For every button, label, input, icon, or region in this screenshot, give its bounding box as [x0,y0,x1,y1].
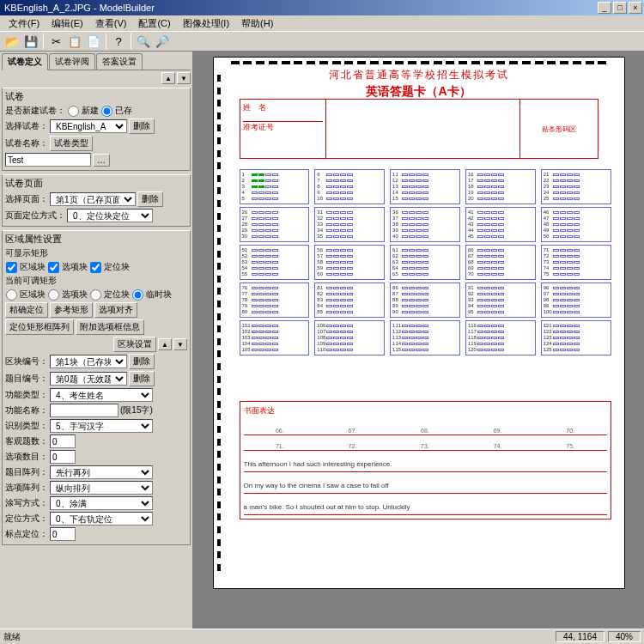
tab-paper-define[interactable]: 试卷定义 [2,53,48,70]
delete-block-button[interactable]: 删除 [129,354,155,369]
page-locate-combo[interactable]: 0、定位块定位 [67,209,153,222]
select-page-combo[interactable]: 第1页（已存页面） [50,192,136,206]
cb-option[interactable] [48,262,59,273]
sidebar-nav: ▲ ▼ [2,72,191,84]
canvas-area[interactable]: 河北省普通高等学校招生模拟考试 英语答题卡（A卡） 姓 名 准考证号 贴条形码区… [193,52,644,629]
nav-up2-icon[interactable]: ▲ [158,338,172,350]
new-paper-label: 是否新建试卷： [5,105,65,117]
radio-exist[interactable] [101,106,112,117]
precise-locate-button[interactable]: 精确定位 [5,302,48,318]
help-icon[interactable]: ? [110,33,127,50]
answer-sheet: 河北省普通高等学校招生模拟考试 英语答题卡（A卡） 姓 名 准考证号 贴条形码区… [213,57,625,589]
menu-help[interactable]: 帮助(H) [236,16,278,31]
cut-icon[interactable]: ✂ [47,33,64,50]
r-temp[interactable] [132,289,143,301]
loc-method-combo[interactable]: 0、下右轨定位 [50,512,153,526]
delete-q-button[interactable]: 删除 [129,371,155,386]
block-num-label: 区块编号： [5,355,48,368]
obj-count-input[interactable] [50,434,76,448]
rec-type-label: 识别类型： [5,420,48,432]
block-setup-button[interactable]: 区块设置 [113,337,156,352]
menu-file[interactable]: 文件(F) [3,16,45,31]
toolbar: 📂 💾 ✂ 📋 📄 ? 🔍 🔎 [0,31,644,52]
tab-paper-review[interactable]: 试卷评阅 [49,53,95,70]
essay-line2: On my way to the cinema I saw a case to … [244,479,607,494]
cb-region[interactable] [6,262,17,273]
menu-view[interactable]: 查看(V) [90,16,132,31]
save-icon[interactable]: 💾 [22,33,39,50]
sidebar: 试卷定义 试卷评阅 答案设置 ▲ ▼ 试卷 是否新建试卷： 新建 已存 选择试卷… [0,52,193,629]
ref-rect-button[interactable]: 参考矩形 [50,302,93,318]
nav-down2-icon[interactable]: ▼ [173,338,187,350]
block-num-combo[interactable]: 第1块（已存块） [50,355,127,368]
close-button[interactable]: × [629,2,642,14]
menu-config[interactable]: 配置(C) [133,16,175,31]
open-icon[interactable]: 📂 [3,33,21,50]
q-num-combo[interactable]: 第0题（无效题） [50,372,127,386]
nav-up-icon[interactable]: ▲ [161,72,175,84]
menu-edit[interactable]: 编辑(E) [46,16,88,31]
rec-type-combo[interactable]: 5、手写汉字 [50,419,153,433]
sheet-header: 河北省普通高等学校招生模拟考试 英语答题卡（A卡） [240,68,598,100]
paper-type-button[interactable]: 试卷类型 [50,136,93,151]
opt-array-label: 选项阵列： [5,482,48,494]
show-rect-label: 可显示矩形 [5,247,48,259]
window-title: KBEnglish_A_2.JPG - ModelBuilder [2,3,598,13]
smear-combo[interactable]: 0、涂满 [50,496,153,510]
sidebar-tabs: 试卷定义 试卷评阅 答案设置 [2,53,191,70]
test-input[interactable] [5,153,91,167]
page-locate-label: 页面定位方式： [5,210,65,222]
r-option[interactable] [48,289,59,301]
zoom-out-icon[interactable]: 🔎 [154,33,171,50]
extra-option-button[interactable]: 附加选项框信息 [76,319,144,335]
group-paper-title: 试卷 [5,90,187,103]
info-left: 姓 名 准考证号 [240,100,326,158]
maximize-button[interactable]: □ [613,2,627,14]
essay-line1: This afternoon I had such interesting ex… [244,458,607,472]
paper-name-label: 试卷名称： [5,137,48,149]
zoom-in-icon[interactable]: 🔍 [135,33,152,50]
separator [43,33,44,49]
titlebar: KBEnglish_A_2.JPG - ModelBuilder _ □ × [0,0,644,15]
minimize-button[interactable]: _ [598,2,611,14]
paste-icon[interactable]: 📄 [85,33,102,50]
r-region[interactable] [6,289,17,301]
func-name-input[interactable] [50,404,118,417]
option-align-button[interactable]: 选项对齐 [94,302,137,318]
opt-exist-label: 已存 [115,105,132,117]
mark-loc-input[interactable] [50,527,76,541]
menu-image[interactable]: 图像处理(I) [178,16,234,31]
radio-new[interactable] [68,106,79,117]
copy-icon[interactable]: 📋 [66,33,83,50]
essay-area: 书面表达 66.67.68.69.70. 71.72.73.74.75. Thi… [240,401,611,519]
nav-down-icon[interactable]: ▼ [177,72,191,84]
tab-answer-setup[interactable]: 答案设置 [96,53,143,70]
q-array-label: 题目阵列： [5,466,48,478]
id-label: 准考证号 [243,122,323,133]
delete-paper-button[interactable]: 删除 [129,118,155,134]
locate-array-button[interactable]: 定位矩形框阵列 [5,319,74,335]
func-type-combo[interactable]: 4、考生姓名 [50,388,153,402]
opt-count-input[interactable] [50,450,76,464]
mark-loc-label: 标点定位： [5,528,48,540]
essay-title: 书面表达 [244,405,607,416]
dots-button[interactable]: … [93,154,110,167]
select-paper-combo[interactable]: KBEnglish_A [50,119,127,133]
essay-row2: 71.72.73.74.75. [244,435,607,451]
essay-line3: a man's bike. So I shouted out at him to… [244,501,607,515]
bubble-grid: 1234567891011121314151617181920212223242… [240,169,611,355]
bubble-area: 1234567891011121314151617181920212223242… [240,169,611,355]
group-page: 试卷页面 选择页面： 第1页（已存页面） 删除 页面定位方式： 0、定位块定位 [2,174,191,227]
opt-new-label: 新建 [82,105,99,117]
sheet-title1: 河北省普通高等学校招生模拟考试 [240,68,598,82]
statusbar: 就绪 44, 1164 40% [0,629,644,644]
delete-page-button[interactable]: 删除 [137,191,163,207]
func-name-hint: (限15字) [120,404,153,416]
r-locate[interactable] [90,289,101,301]
timing-marks-left [217,75,221,571]
select-paper-label: 选择试卷： [5,120,48,132]
q-array-combo[interactable]: 先行再列 [50,465,153,479]
status-coords: 44, 1164 [556,631,605,642]
cb-locate[interactable] [90,262,101,273]
opt-array-combo[interactable]: 纵向排列 [50,481,153,495]
